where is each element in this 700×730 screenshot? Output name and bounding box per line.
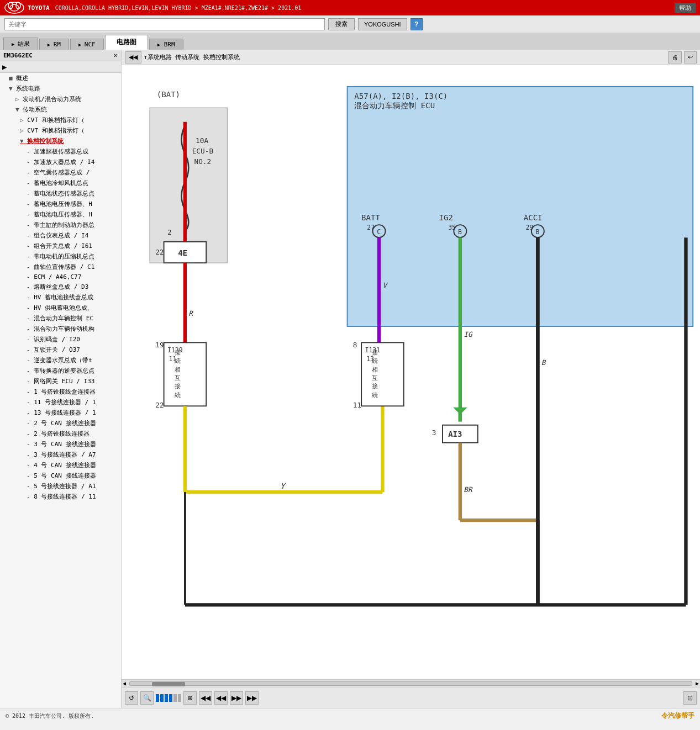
tree-item-overview[interactable]: ■ 概述 <box>0 73 121 83</box>
pin3-label: 3 <box>432 429 436 437</box>
zoom-in-button[interactable]: ⊕ <box>183 691 197 705</box>
toolbar: ◀◀ ↑系统电路 传动系统 换档控制系统 🖨 ↩ <box>122 50 700 65</box>
help-button[interactable]: 帮助 <box>675 3 696 13</box>
tree-item-accel-amp[interactable]: - 加速放大器总成 / I4 <box>0 157 121 167</box>
tab-row: 结果 RM NCF 电路图 ▶ BRM <box>0 33 700 50</box>
tree-item-conn13[interactable]: - 13 号接线连接器 / 1 <box>0 408 121 418</box>
tree-item-drivetrain[interactable]: ▼ 传动系统 <box>0 104 121 115</box>
brm-arrow: ▶ <box>157 42 160 47</box>
pin8-label: 8 <box>353 341 357 349</box>
tree-item-engine-hybrid[interactable]: ▷ 发动机/混合动力系统 <box>0 94 121 104</box>
scroll-track[interactable] <box>129 681 692 686</box>
prev-button[interactable]: ◀◀ <box>199 691 212 705</box>
tree-item-gear-control[interactable]: ▼ 换档控制系统 <box>0 136 121 146</box>
tree-item-hybrid-ecu[interactable]: - 混合动力车辆控制 EC <box>0 313 121 324</box>
tree-item-battery-voltage2[interactable]: - 蓄电池电压传感器、H <box>0 209 121 220</box>
footer: © 2012 丰田汽车公司. 版权所有. 令汽修帮手 <box>0 708 700 723</box>
tree-item-battery-fan[interactable]: - 蓄电池冷却风机总点 <box>0 178 121 188</box>
pin22-bot: 22 <box>155 401 164 409</box>
fuse-no2: NO.2 <box>194 157 212 166</box>
tree-item-can2[interactable]: - 2 号 CAN 接线连接器 <box>0 418 121 429</box>
tree-item-can3[interactable]: - 3 号 CAN 接线连接器 <box>0 439 121 449</box>
tab-circuit[interactable]: 电路图 <box>105 35 148 50</box>
acci-label: ACCI <box>524 213 543 222</box>
tree-item-ground2[interactable]: - 2 号搭铁接线连接器 <box>0 429 121 439</box>
print-button[interactable]: 🖨 <box>668 51 682 64</box>
tree-item-ecm[interactable]: - ECM / A46,C77 <box>0 272 121 282</box>
tree-item-motor-compressor[interactable]: - 带电动机的压缩机总点 <box>0 251 121 262</box>
tree-item-hv-battery[interactable]: - HV 供电蓄电池总成、 <box>0 303 121 313</box>
tree-item-system-circuit[interactable]: ▼ 系统电路 <box>0 83 121 94</box>
copyright-text: © 2012 丰田汽车公司. 版权所有. <box>6 712 94 720</box>
tab-ncf[interactable]: NCF <box>70 39 104 50</box>
zoom-out-button[interactable]: 🔍 <box>140 691 154 705</box>
search-button[interactable]: 搜索 <box>328 18 355 30</box>
tree-item-ground1[interactable]: - 1 号搭铁接线盒连接器 <box>0 387 121 397</box>
tree-item-brake-booster[interactable]: - 带主缸的制动助力器总 <box>0 220 121 230</box>
svg-point-1 <box>10 4 19 11</box>
tree-item-can5[interactable]: - 5 号 CAN 接线连接器 <box>0 470 121 481</box>
scroll-thumb[interactable] <box>152 682 185 686</box>
expand-button[interactable]: ⊡ <box>683 691 697 705</box>
tree-item-airbag-sensor[interactable]: - 空气囊传感器总成 / <box>0 167 121 178</box>
tree-item-inverter[interactable]: - 带转换器的逆变器总点 <box>0 366 121 376</box>
tree-item-hybrid-trans[interactable]: - 混合动力车辆传动机构 <box>0 324 121 334</box>
search-input[interactable] <box>4 18 325 30</box>
zoom-seg-1 <box>156 694 159 702</box>
tab-brm[interactable]: ▶ BRM <box>149 39 183 50</box>
tree-item-can4[interactable]: - 4 号 CAN 接线连接器 <box>0 460 121 470</box>
tree-item-interlock[interactable]: - 互锁开关 / O37 <box>0 345 121 355</box>
sidebar-play-button[interactable]: ▶ <box>2 62 7 71</box>
tab-results[interactable]: 结果 <box>3 38 38 50</box>
sidebar: EM3662EC ✕ ▶ ■ 概述 ▼ 系统电路 ▷ 发动机/混合动力系统 ▼ … <box>0 50 122 708</box>
tree-item-crankshaft[interactable]: - 曲轴位置传感器 / C1 <box>0 262 121 272</box>
svg-point-0 <box>5 2 24 13</box>
tree-item-fuse-box[interactable]: - 熔断丝盒总成 / D3 <box>0 282 121 292</box>
tree-item-conn8[interactable]: - 8 号接线连接器 / 11 <box>0 491 121 502</box>
tab-rm[interactable]: RM <box>39 39 69 50</box>
tree-item-network-gateway[interactable]: - 网络网关 ECU / I33 <box>0 376 121 387</box>
tree-item-accel-sensor[interactable]: - 加速踏板传感器总成 <box>0 146 121 157</box>
fuse-10a: 10A <box>196 136 208 145</box>
batt-circle-label: C <box>377 228 381 236</box>
splice-label1d: 互 <box>175 374 181 382</box>
prev2-button[interactable]: ◀◀ <box>214 691 228 705</box>
horizontal-scrollbar[interactable]: ◀ ▶ <box>122 679 700 687</box>
ig2-circle-label: B <box>458 228 462 236</box>
scroll-left-button[interactable]: ◀ <box>123 680 126 686</box>
tree-item-conn11[interactable]: - 11 号接线连接器 / 1 <box>0 397 121 408</box>
sidebar-close-button[interactable]: ✕ <box>114 51 118 59</box>
tree-item-id-box[interactable]: - 识别码盒 / I20 <box>0 334 121 345</box>
conn-i129-label: I129 <box>167 346 183 354</box>
tree-item-conn5[interactable]: - 5 号接线连接器 / A1 <box>0 481 121 491</box>
pin22-top: 22 <box>155 248 164 256</box>
help-icon-button[interactable]: ? <box>410 18 423 30</box>
tree-item-hv-battery-box[interactable]: - HV 蓄电池接线盒总成 <box>0 292 121 303</box>
tree-item-conn3[interactable]: - 3 号接线连接器 / A7 <box>0 449 121 460</box>
next-button[interactable]: ▶▶ <box>230 691 243 705</box>
tree-item-combo-meter[interactable]: - 组合仪表总成 / I4 <box>0 230 121 241</box>
footer-logo: 令汽修帮手 <box>661 711 694 721</box>
ecu-title-a: A57(A), I2(B), I3(C) <box>354 92 448 100</box>
header: TOYOTA COROLLA,COROLLA HYBRID,LEVIN,LEVI… <box>0 0 700 15</box>
pin19-label: 19 <box>155 341 164 349</box>
yokogushi-button[interactable]: YOKOGUSHI <box>358 18 407 30</box>
back-button[interactable]: ◀◀ <box>125 51 141 64</box>
toyota-text: TOYOTA <box>28 4 50 12</box>
circuit-breadcrumb: ↑系统电路 传动系统 换档控制系统 <box>144 53 240 61</box>
tree-item-battery-voltage1[interactable]: - 蓄电池电压传感器、H <box>0 199 121 209</box>
splice-label2e: 接 <box>372 382 378 390</box>
conn-i131-13: 13 <box>366 355 374 363</box>
tree-item-battery-state[interactable]: - 蓄电池状态传感器总点 <box>0 188 121 199</box>
tree-item-cvt2[interactable]: ▷ CVT 和换档指示灯（ <box>0 125 121 136</box>
scroll-right-button[interactable]: ▶ <box>696 680 699 686</box>
tree-item-combo-switch[interactable]: - 组合开关总成 / I61 <box>0 241 121 251</box>
conn-i129-11: 11 <box>169 355 177 363</box>
tree-item-inverter-pump[interactable]: - 逆变器水泵总成（带t <box>0 355 121 366</box>
tree-item-cvt1[interactable]: ▷ CVT 和换档指示灯（ <box>0 115 121 125</box>
bat-label: (BAT) <box>157 90 180 99</box>
fuse-ecub: ECU-B <box>192 147 214 155</box>
back2-button[interactable]: ↩ <box>684 51 697 64</box>
refresh-button[interactable]: ↺ <box>125 691 138 705</box>
next2-button[interactable]: ▶▶ <box>245 691 259 705</box>
